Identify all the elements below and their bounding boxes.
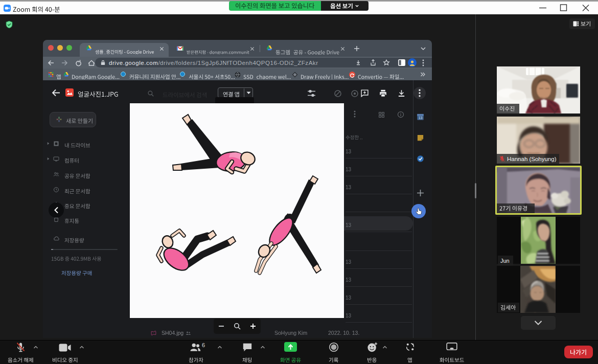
svg-text:13: 13 [419,116,423,120]
